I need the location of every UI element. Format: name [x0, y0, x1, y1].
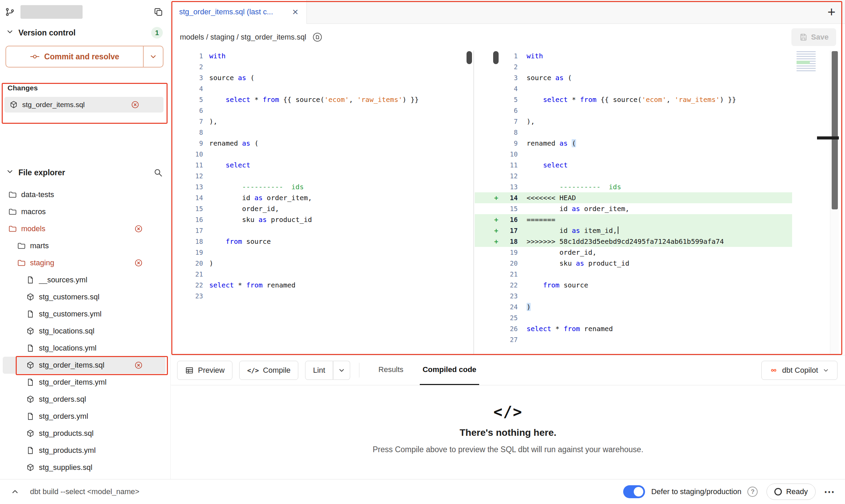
file-tree-item-marts[interactable]: marts — [3, 237, 166, 254]
commit-and-resolve-button[interactable]: Commit and resolve — [6, 46, 143, 67]
file-explorer-header[interactable]: File explorer — [0, 164, 170, 181]
code-line[interactable]: 8 — [171, 127, 473, 138]
code-line[interactable]: 14 id as order_item, — [171, 192, 473, 203]
code-line[interactable]: 16 sku as product_id — [171, 214, 473, 225]
more-options-button[interactable]: ⋯ — [824, 485, 835, 498]
file-tree-item-macros[interactable]: macros — [3, 203, 166, 220]
tab-results[interactable]: Results — [376, 355, 406, 385]
code-line[interactable]: 2 — [475, 61, 792, 72]
command-input[interactable]: dbt build --select <model_name> — [30, 487, 139, 496]
code-line[interactable]: 3source as ( — [475, 72, 792, 83]
code-line[interactable]: 2 — [171, 61, 473, 72]
code-line[interactable]: 10 — [171, 149, 473, 160]
code-line[interactable]: 7), — [171, 116, 473, 127]
tab-compiled-code[interactable]: Compiled code — [420, 355, 479, 385]
vertical-scrollbar[interactable] — [830, 50, 839, 355]
file-tree-item-stg_orders.yml[interactable]: stg_orders.yml — [3, 408, 166, 425]
code-line[interactable]: 19 order_id, — [475, 247, 792, 258]
code-line[interactable]: 13 ---------- ids — [475, 181, 792, 192]
discard-changes-icon[interactable] — [134, 224, 143, 233]
file-tree-item-stg_customers.yml[interactable]: stg_customers.yml — [3, 306, 166, 323]
code-line[interactable]: 9renamed as ( — [475, 138, 792, 149]
code-line[interactable]: 20 sku as product_id — [475, 258, 792, 269]
code-line[interactable]: 8 — [475, 127, 792, 138]
code-line[interactable]: 27 — [475, 334, 792, 345]
code-line[interactable]: 24) — [475, 301, 792, 312]
lint-dropdown[interactable] — [333, 361, 350, 380]
code-line[interactable]: 22select * from renamed — [171, 280, 473, 291]
code-line[interactable]: 26select * from renamed — [475, 323, 792, 334]
code-line[interactable]: 25 — [475, 312, 792, 323]
file-tree-item-stg_supplies.sql[interactable]: stg_supplies.sql — [3, 459, 166, 476]
file-tree-item-stg_customers.sql[interactable]: stg_customers.sql — [3, 288, 166, 306]
code-line[interactable]: 5 select * from {{ source('ecom', 'raw_i… — [171, 94, 473, 105]
code-line[interactable]: +18>>>>>>> 58c1dd23d5eebd9cd2495fa7124ab… — [475, 236, 792, 247]
expand-panel-icon[interactable] — [10, 487, 20, 496]
code-line[interactable]: 23 — [171, 291, 473, 301]
code-line[interactable]: 6 — [171, 105, 473, 116]
code-line[interactable]: 17 — [171, 225, 473, 236]
code-line[interactable]: +14<<<<<<< HEAD — [475, 192, 792, 203]
branch-icon[interactable] — [5, 7, 15, 17]
code-line[interactable]: 23 — [475, 291, 792, 301]
copy-icon[interactable] — [153, 7, 163, 17]
scrollbar-thumb[interactable] — [832, 51, 838, 209]
code-line[interactable]: 21 — [171, 269, 473, 280]
file-tree-item-staging[interactable]: staging — [3, 254, 166, 271]
code-line[interactable]: 11 select — [171, 160, 473, 171]
file-tree-item-stg_products.sql[interactable]: stg_products.sql — [3, 425, 166, 442]
code-line[interactable]: 4 — [171, 83, 473, 94]
code-line[interactable]: 20) — [171, 258, 473, 269]
code-line[interactable]: 10 — [475, 149, 792, 160]
minimap[interactable] — [797, 51, 816, 72]
code-line[interactable]: 9renamed as ( — [171, 138, 473, 149]
branch-name-placeholder[interactable] — [20, 5, 83, 19]
file-tree-item-stg_order_items.sql[interactable]: stg_order_items.sql — [3, 357, 166, 374]
save-button[interactable]: Save — [791, 28, 836, 46]
scrollbar-thumb-right-pane[interactable] — [493, 51, 499, 64]
discard-changes-icon[interactable] — [131, 100, 140, 109]
commit-options-dropdown[interactable] — [143, 46, 163, 67]
file-tree-item-__sources.yml[interactable]: __sources.yml — [3, 271, 166, 288]
code-line[interactable]: 1with — [171, 50, 473, 61]
defer-toggle[interactable] — [623, 485, 645, 498]
close-tab-icon[interactable]: × — [292, 7, 298, 17]
code-line[interactable]: 5 select * from {{ source('ecom', 'raw_i… — [475, 94, 792, 105]
file-tree-item-stg_locations.sql[interactable]: stg_locations.sql — [3, 323, 166, 340]
code-line[interactable]: 7), — [475, 116, 792, 127]
code-line[interactable]: +16======= — [475, 214, 792, 225]
copy-path-icon[interactable] — [312, 32, 323, 43]
code-line[interactable]: 6 — [475, 105, 792, 116]
changed-file-item[interactable]: stg_order_items.sql — [4, 97, 163, 113]
new-tab-button[interactable]: + — [828, 0, 835, 24]
help-icon[interactable]: ? — [747, 487, 758, 497]
code-line[interactable]: 18 from source — [171, 236, 473, 247]
file-tree-item-data-tests[interactable]: data-tests — [3, 186, 166, 203]
search-icon[interactable] — [153, 168, 163, 177]
scrollbar-thumb-left-pane[interactable] — [467, 51, 472, 64]
status-ready-badge[interactable]: Ready — [767, 484, 816, 500]
file-tree-item-stg_orders.sql[interactable]: stg_orders.sql — [3, 391, 166, 408]
code-line[interactable]: 15 id as order_item, — [475, 203, 792, 214]
dbt-copilot-button[interactable]: dbt Copilot — [761, 361, 837, 380]
code-line[interactable]: 19 — [171, 247, 473, 258]
compile-button[interactable]: </> Compile — [239, 361, 298, 380]
code-line[interactable]: 3source as ( — [171, 72, 473, 83]
code-line[interactable]: 4 — [475, 83, 792, 94]
code-line[interactable]: 15 order_id, — [171, 203, 473, 214]
code-line[interactable]: 11 select — [475, 160, 792, 171]
version-control-header[interactable]: Version control 1 — [0, 24, 170, 42]
code-line[interactable]: 13 ---------- ids — [171, 181, 473, 192]
file-tree-item-stg_locations.yml[interactable]: stg_locations.yml — [3, 340, 166, 357]
code-line[interactable]: 12 — [475, 171, 792, 181]
editor-tab[interactable]: stg_order_items.sql (last c... × — [171, 0, 307, 24]
code-line[interactable]: +17 id as item_id, — [475, 225, 792, 236]
code-line[interactable]: 12 — [171, 171, 473, 181]
discard-changes-icon[interactable] — [134, 361, 143, 370]
discard-changes-icon[interactable] — [134, 258, 143, 267]
preview-button[interactable]: Preview — [177, 361, 232, 380]
file-tree-item-stg_products.yml[interactable]: stg_products.yml — [3, 442, 166, 459]
code-line[interactable]: 1with — [475, 50, 792, 61]
file-tree-item-models[interactable]: models — [3, 220, 166, 237]
lint-button[interactable]: Lint — [305, 361, 333, 380]
